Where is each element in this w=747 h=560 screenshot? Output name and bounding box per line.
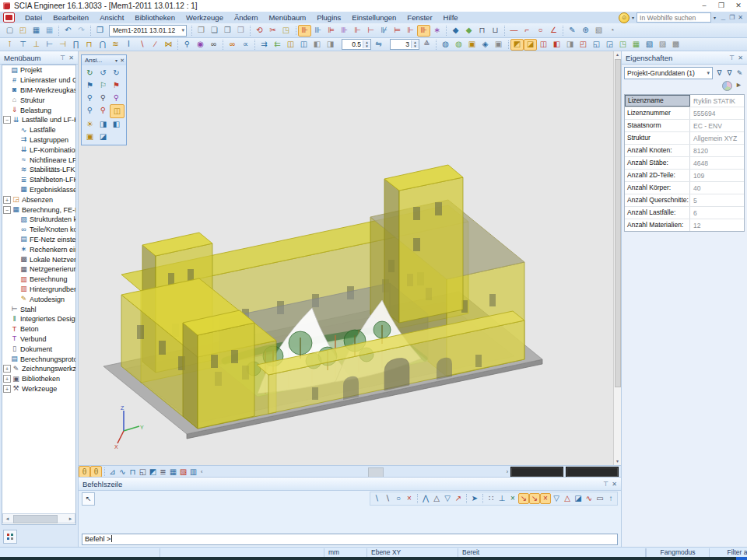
view-standard-icon[interactable]: ⚐: [96, 79, 110, 92]
menubar-item[interactable]: Menübaum: [264, 12, 312, 23]
view-flag-icon[interactable]: ⚑: [110, 79, 123, 92]
tree-item-linienraster[interactable]: # Linienraster und Geschosse: [2, 75, 75, 86]
scroll-down-icon[interactable]: ▾: [614, 458, 621, 465]
menubar-item[interactable]: Fenster: [402, 12, 437, 23]
seismic-icon[interactable]: ⊨: [391, 25, 404, 37]
viewport-vertical-scrollbar[interactable]: ▴ ▾: [613, 51, 621, 465]
render-transparent-icon[interactable]: ◈: [479, 39, 492, 51]
document-green-icon[interactable]: ◆: [462, 25, 475, 37]
hatch-icon[interactable]: ▧: [592, 25, 605, 37]
model-viewport[interactable]: Z Y X Ansi... ▾ ✕ ↻↺↻⚑⚐⚑⚲⚲⚲⚲⚲◫☀◨◧▣◪ ▴ ▾: [79, 51, 621, 465]
menubar-item[interactable]: Datei: [19, 12, 47, 23]
help-smiley-icon[interactable]: ☺: [619, 12, 630, 23]
rotate-axis-icon[interactable]: ↻: [110, 67, 123, 79]
link-on-icon[interactable]: ∞: [226, 39, 239, 51]
link-off-icon[interactable]: ∝: [239, 39, 252, 51]
measure-icon[interactable]: ⊕: [579, 25, 592, 37]
tree-item-lf-kombinationen[interactable]: ⇊ LF-Kombinationen: [12, 145, 75, 155]
scroll-up-icon[interactable]: ▴: [614, 51, 621, 58]
tree-expander-icon[interactable]: +: [3, 196, 11, 204]
menubar-item[interactable]: Einstellungen: [346, 12, 402, 23]
spinner-arrows[interactable]: ▲▼: [411, 40, 419, 48]
tree-item-bibliotheken[interactable]: + ▣ Bibliotheken: [2, 374, 75, 384]
close-icon[interactable]: ✕: [736, 54, 745, 61]
shell-icon[interactable]: ∏: [69, 39, 82, 51]
shadow-view-icon[interactable]: ◪: [96, 131, 110, 143]
wall-icon[interactable]: ⊢: [43, 39, 56, 51]
property-row[interactable]: Anzahl Körper: 40: [625, 182, 744, 194]
result-hatch-icon[interactable]: ▨: [178, 467, 188, 477]
view-toggle-grid-icon[interactable]: ▦: [630, 39, 643, 51]
render-hidden-icon[interactable]: ▣: [492, 39, 505, 51]
filter-button[interactable]: ∇: [724, 68, 735, 79]
snap-circle-icon[interactable]: ○: [393, 493, 404, 504]
command-input[interactable]: Befehl >: [82, 534, 618, 545]
property-row[interactable]: Lizenzname Ryklin STATIK: [625, 95, 744, 107]
copy-attributes-icon[interactable]: ⇉: [258, 39, 271, 51]
view-toggle-entity-icon[interactable]: ▩: [669, 39, 682, 51]
webhelp-search-input[interactable]: [637, 12, 711, 23]
pin-icon[interactable]: ⊤: [58, 54, 67, 61]
pie-chart-icon[interactable]: [722, 81, 732, 91]
property-group-combo[interactable]: Projekt-Grunddaten (1) ▾: [624, 67, 713, 79]
result-wave-icon[interactable]: ∿: [117, 467, 128, 477]
property-row[interactable]: Anzahl Lastfälle: 6: [625, 207, 744, 219]
result-bars-icon[interactable]: ▥: [188, 467, 198, 477]
snap-line-icon[interactable]: ∖: [371, 493, 382, 504]
refresh-icon[interactable]: ⟲: [253, 25, 266, 37]
doc-restore-button[interactable]: ❐: [728, 14, 736, 21]
scale-spinner[interactable]: 0.5 ▲▼: [342, 39, 371, 50]
tree-item-hintergrund[interactable]: ▥ Hintergrundberechnung: [12, 285, 75, 295]
zoom-in-icon[interactable]: ⚲: [83, 92, 96, 104]
snap-cross-icon[interactable]: ×: [507, 493, 518, 504]
search-dropdown-icon[interactable]: ▾: [714, 15, 716, 20]
tree-item-protokoll[interactable]: ▤ Berechnungsprotokoll: [2, 354, 75, 364]
view-params-icon[interactable]: ▣: [83, 131, 96, 143]
tree-item-nichtlineare[interactable]: ≈ Nichtlineare LF-Kombin: [12, 155, 75, 165]
view-toggle-surfaces-icon[interactable]: ◩: [510, 39, 524, 51]
view-toggle-dimensions-icon[interactable]: ▨: [656, 39, 669, 51]
node-icon[interactable]: ≋: [109, 39, 122, 51]
menubar-item[interactable]: Werkzeuge: [181, 12, 229, 23]
snap-segment-icon[interactable]: ∖: [382, 493, 393, 504]
tree-expander-icon[interactable]: +: [3, 375, 11, 383]
calculator-mesh-icon[interactable]: ⊔: [489, 25, 502, 37]
edit-button[interactable]: ✎: [735, 68, 745, 79]
pin-icon[interactable]: ⊤: [728, 54, 736, 61]
snap-solid-icon[interactable]: ◪: [573, 493, 584, 504]
hscroll-left-icon[interactable]: ‹: [198, 469, 205, 474]
tree-expander-icon[interactable]: −: [3, 116, 11, 124]
section-theta2-icon[interactable]: θ: [90, 466, 102, 478]
result-grid-icon[interactable]: ▦: [168, 467, 178, 477]
tree-item-stahl[interactable]: ⊢ Stahl: [2, 304, 75, 314]
view-toggle-supports-icon[interactable]: ◫: [537, 39, 550, 51]
result-box-icon[interactable]: ◱: [138, 467, 148, 477]
result-triangle-icon[interactable]: ⊿: [107, 467, 117, 477]
tree-horizontal-scrollbar[interactable]: ◂ ▸: [2, 513, 75, 523]
ansicht-palette-header[interactable]: Ansi... ▾ ✕: [82, 55, 126, 65]
property-row[interactable]: Anzahl 2D-Teile: 109: [625, 170, 744, 182]
snap-peak-icon[interactable]: ⋀: [420, 493, 431, 504]
draw-line-icon[interactable]: —: [507, 25, 521, 37]
snap-midpoint-icon[interactable]: ↘: [529, 493, 540, 504]
hscroll-right-icon[interactable]: ›: [504, 469, 510, 474]
property-row[interactable]: Anzahl Stäbe: 4648: [625, 157, 744, 170]
save-all-icon[interactable]: ▦: [43, 25, 56, 37]
tree-item-ergebnisklassen[interactable]: ▦ Ergebnisklassen: [12, 185, 75, 195]
tree-item-stahlbeton-lfk[interactable]: ≣ Stahlbeton-LFK: [12, 175, 75, 185]
layer-down-icon[interactable]: ◨: [324, 39, 337, 51]
tree-item-struktur[interactable]: ⌂ Struktur: [2, 95, 75, 105]
pin-icon[interactable]: ⊤: [601, 481, 610, 488]
tree-item-zeichnung[interactable]: + ✎ Zeichnungswerkzeuge: [2, 364, 75, 374]
palette-close-icon[interactable]: ✕: [117, 58, 124, 64]
tree-item-netzverdichtung[interactable]: ▩ Lokale Netzverdichtung: [12, 254, 75, 264]
clip-plane-icon[interactable]: ◧: [110, 118, 123, 131]
menubar-item[interactable]: Bearbeiten: [47, 12, 94, 23]
close-icon[interactable]: ✕: [610, 481, 619, 488]
snap-cursor-icon[interactable]: ➤: [469, 493, 480, 504]
cleaner-icon[interactable]: ✂: [266, 25, 279, 37]
snap-ortho-icon[interactable]: ▽: [551, 493, 562, 504]
combination-manager-icon[interactable]: ⊪: [417, 25, 430, 37]
calculator-icon[interactable]: ⊓: [475, 25, 489, 37]
render-wire-icon[interactable]: ◍: [452, 39, 465, 51]
